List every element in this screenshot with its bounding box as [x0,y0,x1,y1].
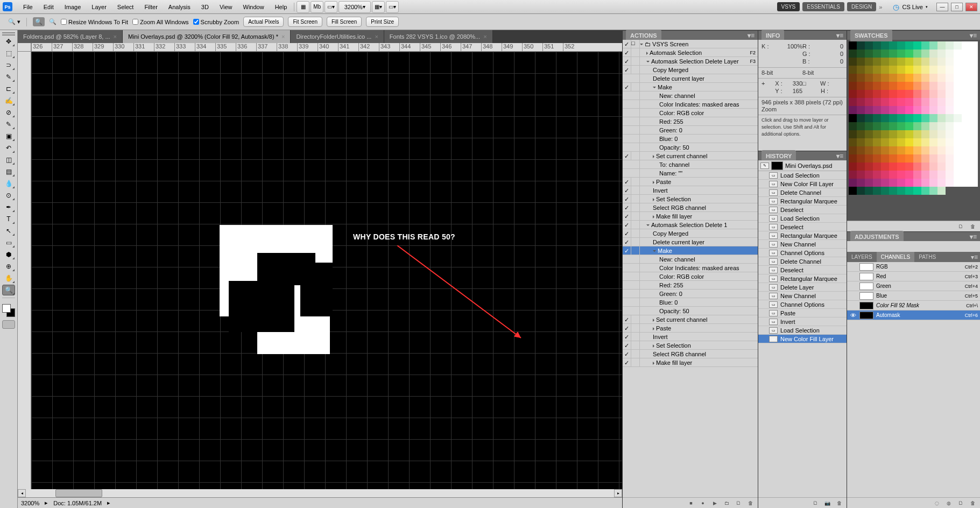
swatch[interactable] [873,82,881,90]
channel-row[interactable]: RGBCtrl+2 [847,262,980,272]
swatch[interactable] [857,187,865,195]
swatch[interactable] [937,171,946,179]
history-state[interactable]: ▭New Color Fill Layer [758,335,847,343]
stop-icon[interactable]: ■ [687,499,695,507]
swatch[interactable] [889,41,897,50]
swatch[interactable] [970,154,978,163]
swatch[interactable] [873,130,881,138]
status-doc-size[interactable]: Doc: 1.05M/61.2M [53,500,102,506]
gradient-tool[interactable]: ▤ [2,166,15,177]
scrubby-zoom-checkbox[interactable]: Scrubby Zoom [193,19,239,25]
swatch[interactable] [954,66,962,74]
swatch[interactable] [929,114,937,122]
swatch[interactable] [857,90,865,98]
swatch[interactable] [897,146,905,154]
swatch[interactable] [889,106,897,114]
swatch[interactable] [946,146,954,154]
panel-menu-icon[interactable]: ▾≡ [970,31,977,40]
swatch[interactable] [865,187,873,195]
action-step[interactable]: ✓Set current channel [623,315,758,324]
swatch[interactable] [946,154,954,163]
view-extras-icon[interactable]: ▭▾ [325,1,337,13]
swatch[interactable] [865,154,873,163]
swatch[interactable] [849,98,857,106]
swatch[interactable] [849,122,857,130]
new-channel-icon[interactable]: 🗋 [956,499,965,507]
action-step[interactable]: ✓Automask Selection Delete 1 [623,221,758,229]
swatch[interactable] [962,58,970,66]
swatch[interactable] [905,58,913,66]
swatch[interactable] [954,98,962,106]
action-step[interactable]: ✓Automask SelectionF2 [623,48,758,57]
swatch[interactable] [946,171,954,179]
swatch[interactable] [937,106,946,114]
action-step[interactable]: Color: RGB color [623,272,758,281]
swatch[interactable] [873,187,881,195]
swatch[interactable] [881,106,889,114]
new-set-icon[interactable]: 🗀 [722,499,731,507]
channel-row[interactable]: Color Fill 92 MaskCtrl+\ [847,301,980,311]
menu-help[interactable]: Help [270,0,293,14]
status-zoom[interactable]: 3200% [21,500,39,506]
swatch[interactable] [865,50,873,58]
dodge-tool[interactable]: ⊙ [2,190,15,201]
swatch[interactable] [946,66,954,74]
crop-tool[interactable]: ⊏ [2,83,15,94]
action-set[interactable]: ✓□🗀 VSYS Screen [623,40,758,48]
swatch[interactable] [897,179,905,187]
swatch[interactable] [905,74,913,82]
swatch[interactable] [889,50,897,58]
swatch[interactable] [937,114,946,122]
actual-pixels-button[interactable]: Actual Pixels [243,17,284,27]
history-state[interactable]: ▭Deselect [758,223,847,231]
swatch[interactable] [881,122,889,130]
swatch[interactable] [946,98,954,106]
history-panel[interactable]: ✎ Mini Overlays.psd ▭Load Selection▭New … [758,160,847,497]
swatch[interactable] [849,41,857,50]
swatch[interactable] [937,130,946,138]
swatch[interactable] [954,154,962,163]
swatch[interactable] [970,58,978,66]
save-selection-icon[interactable]: ◍ [944,499,953,507]
swatch[interactable] [929,122,937,130]
swatch[interactable] [970,138,978,146]
swatch[interactable] [905,66,913,74]
swatch[interactable] [857,66,865,74]
swatch[interactable] [897,130,905,138]
swatch[interactable] [962,179,970,187]
swatch[interactable] [897,171,905,179]
swatch[interactable] [849,138,857,146]
action-step[interactable]: ✓Set Selection [623,341,758,350]
swatch[interactable] [921,74,929,82]
swatch[interactable] [849,74,857,82]
swatch[interactable] [881,146,889,154]
fit-screen-button[interactable]: Fit Screen [288,17,322,27]
action-step[interactable]: ✓Paste [623,324,758,333]
swatch[interactable] [865,90,873,98]
swatch[interactable] [865,171,873,179]
swatch[interactable] [921,163,929,171]
swatch[interactable] [954,106,962,114]
actions-panel[interactable]: ✓□🗀 VSYS Screen✓Automask SelectionF2✓Aut… [623,40,758,497]
swatch[interactable] [881,179,889,187]
swatch[interactable] [881,114,889,122]
swatch[interactable] [897,114,905,122]
swatch[interactable] [929,50,937,58]
swatch[interactable] [913,74,921,82]
swatch[interactable] [865,122,873,130]
zoom-out-icon[interactable]: 🔍 [49,18,57,25]
swatch[interactable] [865,58,873,66]
tab-channels[interactable]: CHANNELS [877,252,914,262]
swatch[interactable] [954,179,962,187]
swatch[interactable] [946,179,954,187]
swatch[interactable] [889,90,897,98]
swatch[interactable] [857,114,865,122]
swatch[interactable] [913,179,921,187]
menu-analysis[interactable]: Analysis [163,0,196,14]
swatch[interactable] [849,58,857,66]
resize-windows-checkbox[interactable]: Resize Windows To Fit [61,19,128,25]
swatch[interactable] [865,74,873,82]
swatch[interactable] [849,179,857,187]
mini-bridge-icon[interactable]: Mb [311,1,323,13]
brush-tool[interactable]: ✎ [2,119,15,130]
